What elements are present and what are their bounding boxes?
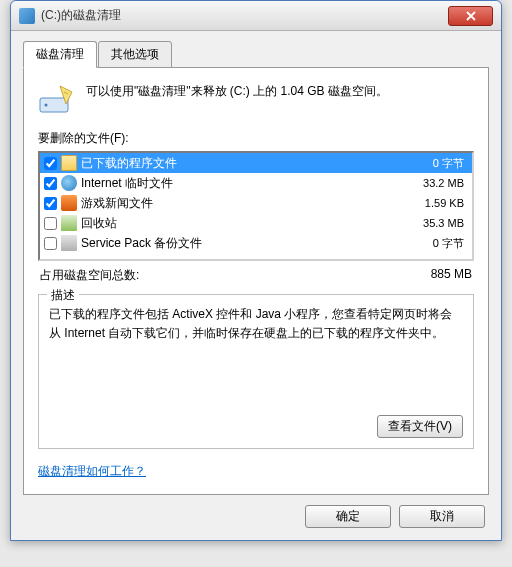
- disk-cleanup-icon: [38, 82, 74, 118]
- file-checkbox[interactable]: [44, 177, 57, 190]
- close-icon: [466, 11, 476, 21]
- content-area: 磁盘清理 其他选项 可以使用"磁盘清理"来释放 (C:) 上的 1.04 GB …: [11, 31, 501, 540]
- tab-other-options[interactable]: 其他选项: [98, 41, 172, 68]
- total-label: 占用磁盘空间总数:: [40, 267, 139, 284]
- file-size: 0 字节: [433, 156, 468, 171]
- description-title: 描述: [47, 287, 79, 304]
- tab-strip: 磁盘清理 其他选项: [23, 41, 489, 68]
- window-title: (C:)的磁盘清理: [41, 7, 448, 24]
- file-list[interactable]: 已下载的程序文件0 字节Internet 临时文件33.2 MB游戏新闻文件1.…: [38, 151, 474, 261]
- description-group: 描述 已下载的程序文件包括 ActiveX 控件和 Java 小程序，您查看特定…: [38, 294, 474, 449]
- file-checkbox[interactable]: [44, 197, 57, 210]
- game-icon: [61, 195, 77, 211]
- dialog-buttons: 确定 取消: [23, 495, 489, 528]
- file-checkbox[interactable]: [44, 217, 57, 230]
- description-text: 已下载的程序文件包括 ActiveX 控件和 Java 小程序，您查看特定网页时…: [49, 305, 463, 395]
- file-checkbox[interactable]: [44, 157, 57, 170]
- app-icon: [19, 8, 35, 24]
- files-label: 要删除的文件(F):: [38, 130, 474, 147]
- recycle-icon: [61, 215, 77, 231]
- file-row[interactable]: 游戏新闻文件1.59 KB: [40, 193, 472, 213]
- ie-icon: [61, 175, 77, 191]
- file-size: 1.59 KB: [425, 197, 468, 209]
- intro-row: 可以使用"磁盘清理"来释放 (C:) 上的 1.04 GB 磁盘空间。: [38, 82, 474, 118]
- view-files-button[interactable]: 查看文件(V): [377, 415, 463, 438]
- svg-point-1: [45, 104, 48, 107]
- cancel-button[interactable]: 取消: [399, 505, 485, 528]
- file-name: 回收站: [81, 215, 419, 232]
- file-name: Service Pack 备份文件: [81, 235, 429, 252]
- file-row[interactable]: Service Pack 备份文件0 字节: [40, 233, 472, 253]
- file-size: 0 字节: [433, 236, 468, 251]
- total-value: 885 MB: [431, 267, 472, 284]
- ok-button[interactable]: 确定: [305, 505, 391, 528]
- file-name: 游戏新闻文件: [81, 195, 421, 212]
- sp-icon: [61, 235, 77, 251]
- disk-cleanup-window: (C:)的磁盘清理 磁盘清理 其他选项 可以使用"磁盘清理"来释放 (C:): [10, 0, 502, 541]
- file-checkbox[interactable]: [44, 237, 57, 250]
- titlebar[interactable]: (C:)的磁盘清理: [11, 1, 501, 31]
- intro-text: 可以使用"磁盘清理"来释放 (C:) 上的 1.04 GB 磁盘空间。: [86, 82, 388, 118]
- file-size: 33.2 MB: [423, 177, 468, 189]
- file-row[interactable]: Internet 临时文件33.2 MB: [40, 173, 472, 193]
- tab-cleanup[interactable]: 磁盘清理: [23, 41, 97, 68]
- svg-rect-0: [40, 98, 68, 112]
- file-row[interactable]: 已下载的程序文件0 字节: [40, 153, 472, 173]
- file-name: 已下载的程序文件: [81, 155, 429, 172]
- close-button[interactable]: [448, 6, 493, 26]
- file-row[interactable]: 回收站35.3 MB: [40, 213, 472, 233]
- file-size: 35.3 MB: [423, 217, 468, 229]
- cleanup-panel: 可以使用"磁盘清理"来释放 (C:) 上的 1.04 GB 磁盘空间。 要删除的…: [23, 67, 489, 495]
- total-row: 占用磁盘空间总数: 885 MB: [38, 261, 474, 292]
- folder-icon: [61, 155, 77, 171]
- how-it-works-link[interactable]: 磁盘清理如何工作？: [38, 463, 146, 480]
- file-name: Internet 临时文件: [81, 175, 419, 192]
